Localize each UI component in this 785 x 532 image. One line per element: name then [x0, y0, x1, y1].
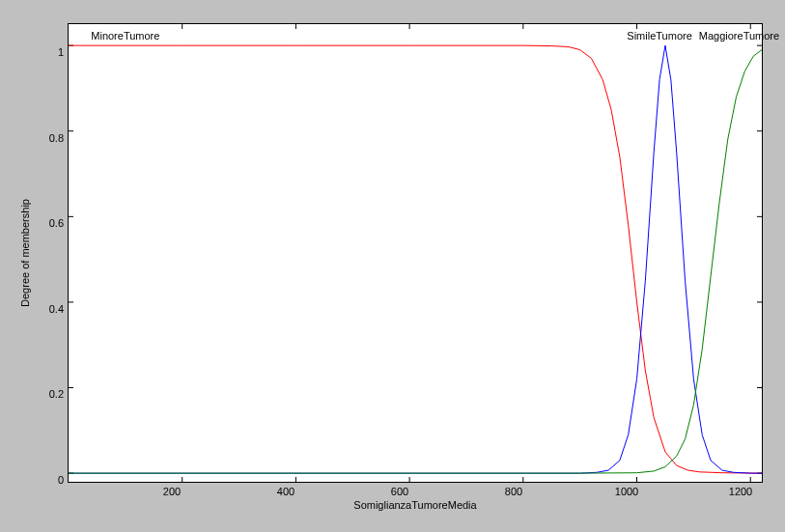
ytick-0: 0	[58, 474, 64, 486]
ytick-0.6: 0.6	[49, 217, 64, 229]
ytick-0.2: 0.2	[49, 388, 64, 400]
axes: MinoreTumore SimileTumore MaggioreTumore	[68, 23, 763, 483]
series-line-MaggioreTumore	[69, 50, 762, 474]
series-label-maggiore: MaggioreTumore	[699, 30, 779, 42]
series-line-SimileTumore	[69, 45, 762, 473]
xtick-600: 600	[391, 486, 408, 497]
series-label-minore: MinoreTumore	[91, 30, 159, 42]
ytick-0.4: 0.4	[49, 303, 64, 315]
figure: MinoreTumore SimileTumore MaggioreTumore…	[12, 12, 773, 520]
ytick-1: 1	[58, 46, 64, 58]
y-axis-label: Degree of membership	[19, 199, 31, 307]
series-label-simile: SimileTumore	[627, 30, 691, 42]
xtick-400: 400	[277, 486, 294, 497]
xtick-200: 200	[163, 486, 181, 497]
xtick-1200: 1200	[729, 486, 752, 497]
x-axis-label: SomiglianzaTumoreMedia	[353, 499, 476, 511]
xtick-1000: 1000	[615, 486, 638, 497]
xtick-800: 800	[505, 486, 522, 497]
ytick-0.8: 0.8	[49, 132, 64, 144]
plot-area	[69, 24, 762, 482]
series-line-MinoreTumore	[69, 45, 762, 473]
